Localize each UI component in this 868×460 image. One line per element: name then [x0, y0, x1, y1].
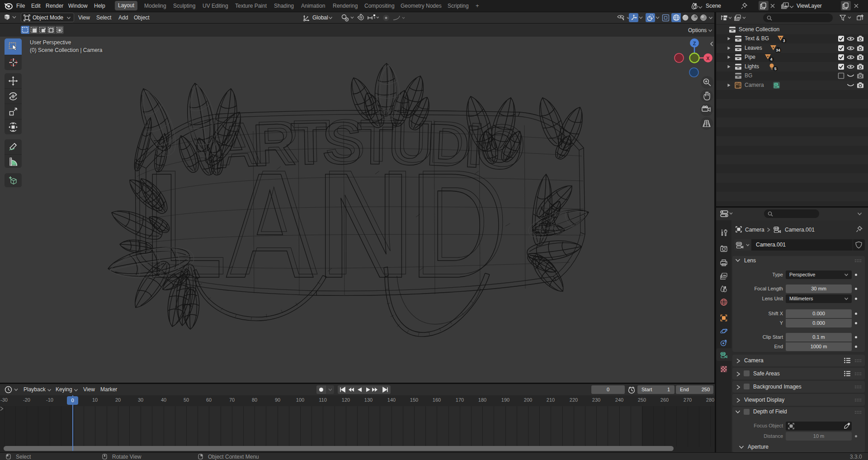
svg-text:X: X — [706, 56, 710, 61]
svg-text:34: 34 — [776, 48, 780, 52]
svg-text:5: 5 — [774, 66, 777, 71]
svg-text:Z: Z — [693, 41, 696, 46]
svg-text:4: 4 — [770, 57, 773, 62]
svg-text:3: 3 — [783, 38, 785, 43]
